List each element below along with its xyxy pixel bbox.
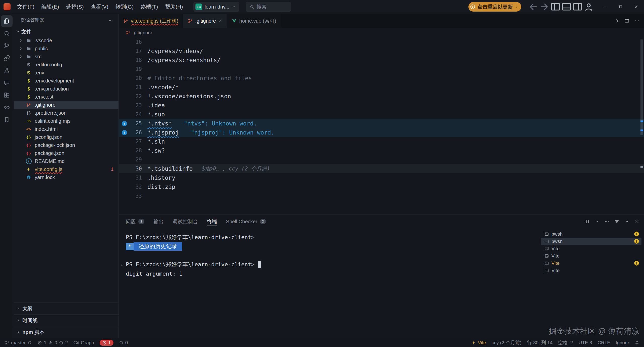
status-eol[interactable]: CRLF [595,338,613,347]
terminal-output[interactable]: PS E:\zzdsj\郑好学车\learn-drive-client>* 还原… [119,228,541,338]
file-item[interactable]: JSeslint.config.mjs [14,117,118,125]
file-item[interactable]: src [14,53,118,61]
file-item[interactable]: {}package-lock.json [14,141,118,149]
code-line[interactable]: 28*.sw? [119,146,644,155]
more-icon[interactable] [604,219,609,224]
play-icon[interactable] [614,18,619,23]
sidebar-section[interactable]: 大纲 [14,302,118,314]
status-git-blame[interactable]: ccy (2 个月前) [489,338,524,347]
minimize-button[interactable] [597,0,613,14]
layout-sidebar-icon[interactable] [550,1,561,12]
panel-tab[interactable]: 输出 [153,215,164,228]
restart-to-update-button[interactable]: 点击重启以更新 [468,2,521,12]
status-cursor-position[interactable]: 行 30, 列 14 [524,338,555,347]
terminal-list-item[interactable]: pwsh! [541,238,641,245]
activity-infinity[interactable] [1,102,13,113]
chevron-up-icon[interactable] [624,219,629,224]
terminal-list-item[interactable]: Vite [541,245,641,252]
code-line[interactable]: i26*.njsproj"njsproj": Unknown word. [119,128,644,137]
file-item[interactable]: vite.config.js1 [14,165,118,173]
file-item[interactable]: ⚙.editorconfig [14,61,118,69]
layout-right-icon[interactable] [572,1,583,12]
activity-remote[interactable] [1,52,13,64]
terminal-list-item[interactable]: Vite! [541,259,641,267]
status-language-mode[interactable]: Ignore [613,338,632,347]
code-line[interactable]: 18/cypress/screenshots/ [119,56,644,65]
close-icon[interactable] [634,219,639,224]
menu-item[interactable]: 选择(S) [63,2,87,12]
arrow-left-icon[interactable] [528,1,539,12]
editor-tab[interactable]: .gitignore [183,14,227,28]
code-line[interactable]: 16 [119,37,644,47]
more-actions-icon[interactable] [108,18,113,23]
panel-tab[interactable]: Spell Checker2 [226,215,266,228]
app-logo-icon[interactable] [4,3,11,10]
code-line[interactable]: 21.vscode/* [119,83,644,92]
status-error-count-badge[interactable]: 1 [97,338,116,347]
menu-item[interactable]: 终端(T) [137,2,162,12]
more-icon[interactable] [634,18,639,23]
terminal-list-item[interactable]: Vite [541,267,641,274]
terminal-list-item[interactable]: pwsh! [541,230,641,238]
status-notifications[interactable] [632,338,642,347]
file-item[interactable]: .vscode [14,36,118,45]
code-line[interactable]: 19 [119,65,644,74]
code-line[interactable]: 17/cypress/videos/ [119,47,644,56]
menu-item[interactable]: 帮助(H) [162,2,186,12]
project-selector[interactable]: LC learn-driv... [193,2,239,12]
filter-icon[interactable] [614,219,619,224]
file-item[interactable]: $.env.production [14,85,118,93]
file-item[interactable]: yyarn.lock [14,173,118,181]
code-line[interactable]: 23.idea [119,101,644,110]
file-item[interactable]: $.env.development [14,77,118,85]
code-line[interactable]: 31.history [119,173,644,182]
code-line[interactable]: 29 [119,155,644,164]
file-item[interactable]: iREADME.md [14,157,118,165]
menu-item[interactable]: 查看(V) [87,2,112,12]
activity-extensions[interactable] [1,89,13,101]
file-item[interactable]: public [14,45,118,53]
arrow-right-icon[interactable] [539,1,550,12]
activity-chat[interactable] [1,77,13,89]
menu-item[interactable]: 转到(G) [112,2,137,12]
activity-search[interactable] [1,28,13,39]
status-indentation[interactable]: 空格: 2 [555,338,576,347]
code-line[interactable]: 33 [119,191,644,200]
terminal-list-item[interactable]: Vite [541,252,641,259]
status-branch-indicator[interactable]: master [2,338,35,347]
split-editor-icon[interactable] [624,18,629,23]
chevron-down-icon[interactable] [594,219,599,224]
panel-tab[interactable]: 终端 [207,215,217,228]
menu-item[interactable]: 编辑(E) [38,2,63,12]
editor-tab[interactable]: vite.config.js (工作树) [119,14,183,28]
code-line[interactable]: 20# Editor directories and files [119,74,644,83]
breadcrumb[interactable]: .gitignore [119,28,644,37]
sidebar-section[interactable]: npm 脚本 [14,326,118,338]
code-editor[interactable]: 1617/cypress/videos/18/cypress/screensho… [119,37,644,214]
code-line[interactable]: 22!.vscode/extensions.json [119,92,644,101]
activity-source-control[interactable] [1,40,13,52]
close-button[interactable] [628,0,644,14]
code-line[interactable]: 24*.suo [119,110,644,119]
file-item[interactable]: ⚙.env [14,69,118,77]
status-encoding[interactable]: UTF-8 [576,338,595,347]
status-problems[interactable]: 102 [35,338,71,347]
panel-tab[interactable]: 调试控制台 [173,215,198,228]
file-item[interactable]: {}.prettierrc.json [14,109,118,117]
activity-explorer[interactable] [1,15,13,27]
split-terminal-icon[interactable] [584,219,589,224]
code-line[interactable]: 32dist.zip [119,182,644,191]
close-icon[interactable] [218,19,222,23]
account-icon[interactable] [583,1,594,12]
code-line[interactable]: i25*.ntvs*"ntvs": Unknown word. [119,119,644,128]
menu-item[interactable]: 文件(F) [14,2,38,12]
file-item[interactable]: {}package.json [14,149,118,157]
layout-panel-icon[interactable] [561,1,572,12]
panel-tab[interactable]: 问题3 [126,215,144,228]
file-item[interactable]: $.env.test [14,93,118,101]
global-search-input[interactable]: 搜索 [246,2,291,12]
activity-bookmarks[interactable] [1,114,13,125]
code-line[interactable]: 30*.tsbuildinfo初始化。, ccy (2 个月前) [119,164,644,173]
sidebar-section[interactable]: 时间线 [14,314,118,326]
editor-tab[interactable]: home.vue (索引) [227,14,281,28]
